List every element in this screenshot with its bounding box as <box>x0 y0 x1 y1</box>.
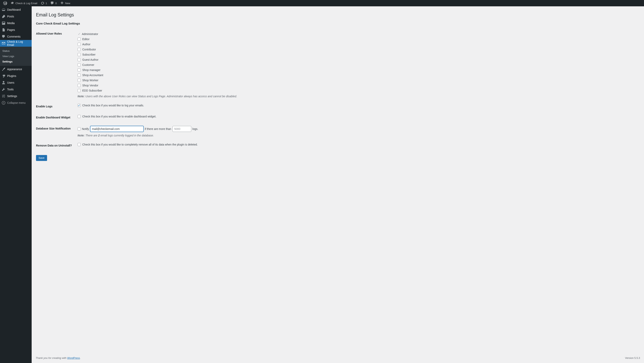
role-checkbox[interactable] <box>78 48 81 51</box>
sidebar-item-label: Posts <box>7 15 14 18</box>
role-row: Shop manager <box>78 68 634 72</box>
remove-data-checkbox[interactable] <box>78 143 81 146</box>
sidebar-item-label: Appearance <box>7 68 22 71</box>
updates-link[interactable]: 1 <box>39 0 49 6</box>
db-note: Note: There are 2 email logs currently l… <box>78 134 634 137</box>
role-checkbox[interactable] <box>78 89 81 92</box>
enable-widget-desc: Check this box if you would like to enab… <box>82 115 156 118</box>
page-title: Email Log Settings <box>36 10 636 19</box>
allowed-roles-label: Allowed User Roles <box>36 28 76 101</box>
sidebar-item-appearance[interactable]: Appearance <box>0 66 32 72</box>
role-checkbox[interactable] <box>78 79 81 82</box>
svg-point-0 <box>2 101 5 104</box>
home-icon <box>10 1 14 5</box>
brush-icon <box>2 67 6 71</box>
collapse-label: Collapse menu <box>7 101 26 104</box>
plus-icon <box>60 1 64 5</box>
sidebar-item-label: Dashboard <box>7 8 21 11</box>
notify-label: Notify <box>82 127 89 130</box>
notify-suffix: logs. <box>192 127 198 130</box>
check-icon: ✓ <box>78 32 81 36</box>
sliders-icon <box>2 94 6 98</box>
enable-widget-checkbox[interactable] <box>78 115 81 118</box>
roles-note: Note: Users with the above User Roles ca… <box>78 95 634 98</box>
sidebar-item-settings[interactable]: Settings <box>0 93 32 99</box>
sidebar-item-users[interactable]: Users <box>0 79 32 86</box>
mail-icon <box>2 41 6 45</box>
new-content-link[interactable]: New <box>58 0 72 6</box>
user-icon <box>2 81 6 85</box>
collapse-icon <box>2 101 6 105</box>
sidebar-item-label: Plugins <box>7 74 16 77</box>
role-checkbox[interactable] <box>78 68 81 71</box>
comments-count: 0 <box>56 2 57 5</box>
role-row: Guest Author <box>78 57 634 62</box>
plug-icon <box>2 74 6 78</box>
page-icon <box>2 28 6 32</box>
notify-middle-text: if there are more than <box>145 127 171 130</box>
sidebar-item-comments[interactable]: Comments <box>0 33 32 40</box>
role-checkbox[interactable] <box>78 84 81 87</box>
role-label: EDD Subscriber <box>82 89 102 92</box>
remove-data-label: Remove Data on Uninstall? <box>36 140 76 151</box>
sidebar-item-label: Settings <box>7 94 17 98</box>
role-checkbox[interactable] <box>78 58 81 61</box>
media-icon <box>2 21 6 25</box>
comment-icon <box>50 1 54 5</box>
site-name-label: Check & Log Email <box>16 2 38 5</box>
sidebar-item-label: Pages <box>7 28 15 31</box>
role-label: Contributor <box>82 48 96 51</box>
comments-link[interactable]: 0 <box>49 0 58 6</box>
notify-threshold-input[interactable] <box>172 126 191 132</box>
updates-count: 1 <box>46 2 47 5</box>
sidebar-item-plugins[interactable]: Plugins <box>0 72 32 79</box>
wordpress-icon <box>3 1 7 5</box>
dashboard-icon <box>2 8 6 12</box>
db-notification-checkbox[interactable] <box>78 127 81 130</box>
submenu-item-settings[interactable]: Settings <box>0 59 32 64</box>
sidebar-item-label: Media <box>7 21 15 25</box>
sidebar-item-posts[interactable]: Posts <box>0 13 32 20</box>
update-icon <box>40 1 44 5</box>
wrench-icon <box>2 87 6 91</box>
sidebar-submenu: Status View Logs Settings <box>0 47 32 66</box>
db-notification-label: Database Size Notification <box>36 123 76 140</box>
role-checkbox[interactable] <box>78 63 81 66</box>
role-row: Contributor <box>78 47 634 52</box>
wp-logo[interactable] <box>2 0 9 6</box>
role-row: Shop Vendor <box>78 83 634 88</box>
role-row: Editor <box>78 37 634 41</box>
enable-logs-desc: Check this box if you would like to log … <box>82 104 144 107</box>
role-label: Shop Accountant <box>82 73 103 77</box>
sidebar-item-pages[interactable]: Pages <box>0 26 32 33</box>
role-checkbox[interactable] <box>78 37 81 41</box>
role-checkbox[interactable] <box>78 53 81 56</box>
role-row: Author <box>78 42 634 46</box>
enable-logs-checkbox[interactable] <box>78 104 81 107</box>
sidebar-item-media[interactable]: Media <box>0 20 32 26</box>
sidebar-item-check-log-email[interactable]: Check & Log Email <box>0 40 32 47</box>
remove-data-desc: Check this box if you would like to comp… <box>82 143 198 146</box>
enable-widget-label: Enable Dashboard Widget <box>36 112 76 123</box>
submenu-item-view-logs[interactable]: View Logs <box>0 53 32 59</box>
site-name-link[interactable]: Check & Log Email <box>9 0 39 6</box>
wordpress-link[interactable]: WordPress <box>67 357 80 360</box>
role-checkbox[interactable] <box>78 73 81 77</box>
section-title: Core Check Email Log Settings <box>36 22 636 25</box>
role-checkbox[interactable] <box>78 43 81 46</box>
role-label: Shop manager <box>82 68 100 71</box>
new-label: New <box>65 2 70 5</box>
save-button[interactable]: Save <box>36 155 47 161</box>
sidebar-item-tools[interactable]: Tools <box>0 86 32 93</box>
role-label: Guest Author <box>82 58 98 61</box>
role-row-administrator: ✓ Administrator <box>78 32 634 36</box>
submenu-item-status[interactable]: Status <box>0 48 32 53</box>
sidebar-collapse[interactable]: Collapse menu <box>0 99 32 106</box>
settings-table: Allowed User Roles ✓ Administrator Edito… <box>36 28 636 151</box>
role-label: Customer <box>82 63 94 66</box>
sidebar-item-dashboard[interactable]: Dashboard <box>0 6 32 13</box>
footer-version: Version 5.5.3 <box>625 357 640 360</box>
sidebar-item-label: Comments <box>7 35 20 38</box>
notify-email-input[interactable] <box>90 126 144 132</box>
role-label: Shop Worker <box>82 79 98 82</box>
